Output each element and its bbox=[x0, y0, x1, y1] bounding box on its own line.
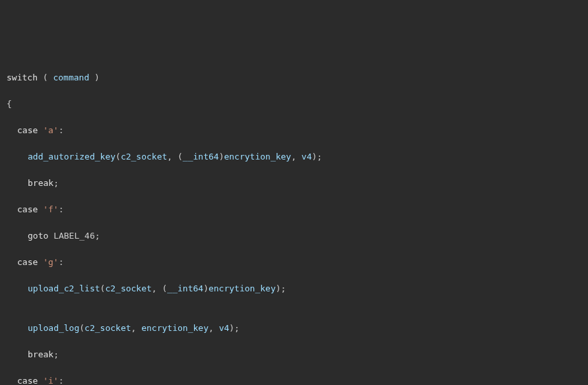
fn-upload-c2-list: upload_c2_list bbox=[28, 283, 100, 293]
punct: : bbox=[59, 257, 64, 267]
char-literal: 'g' bbox=[43, 257, 58, 267]
punct: ); bbox=[312, 152, 323, 162]
punct: ( bbox=[38, 73, 53, 82]
code-line: case 'a': bbox=[7, 124, 581, 137]
punct: ; bbox=[53, 349, 59, 359]
ident: c2_socket bbox=[84, 323, 131, 333]
label: LABEL_46 bbox=[53, 231, 95, 241]
code-line: goto LABEL_46; bbox=[7, 229, 581, 243]
space bbox=[38, 376, 43, 385]
space bbox=[38, 125, 43, 135]
code-line: switch ( command ) bbox=[7, 71, 581, 84]
punct: ); bbox=[276, 283, 286, 293]
punct: , bbox=[131, 323, 142, 333]
code-block: switch ( command ) { case 'a': add_autor… bbox=[7, 58, 581, 385]
punct: ( bbox=[79, 323, 84, 333]
ident: c2_socket bbox=[121, 152, 167, 162]
keyword-case: case bbox=[17, 376, 38, 385]
punct: : bbox=[59, 125, 64, 135]
space bbox=[38, 257, 43, 267]
ident: encrytion_key bbox=[209, 283, 276, 293]
type-cast: __int64 bbox=[167, 283, 203, 293]
code-line: { bbox=[7, 98, 581, 111]
char-literal: 'f' bbox=[43, 204, 58, 214]
punct: : bbox=[59, 204, 64, 214]
punct: ) bbox=[203, 283, 209, 293]
keyword-break: break bbox=[28, 178, 53, 188]
brace-open: { bbox=[7, 99, 12, 109]
punct: ) bbox=[89, 73, 100, 82]
code-line: upload_c2_list(c2_socket, (__int64)encry… bbox=[7, 282, 581, 295]
punct: , bbox=[291, 152, 302, 162]
char-literal: 'a' bbox=[43, 125, 58, 135]
space bbox=[38, 204, 43, 214]
ident: c2_socket bbox=[105, 283, 151, 293]
ident: encrytion_key bbox=[224, 152, 291, 162]
punct: ); bbox=[229, 323, 240, 333]
code-line: break; bbox=[7, 177, 581, 190]
punct: , ( bbox=[167, 152, 182, 162]
keyword-case: case bbox=[17, 125, 38, 135]
char-literal: 'i' bbox=[43, 376, 58, 385]
keyword-case: case bbox=[17, 257, 38, 267]
type-cast: __int64 bbox=[183, 152, 219, 162]
punct: ; bbox=[95, 231, 100, 241]
ident-command: command bbox=[53, 73, 89, 82]
punct: , ( bbox=[152, 283, 167, 293]
fn-upload-log: upload_log bbox=[28, 323, 79, 333]
code-line: case 'g': bbox=[7, 256, 581, 269]
keyword-switch: switch bbox=[7, 73, 38, 82]
keyword-goto: goto bbox=[28, 231, 48, 241]
code-line: break; bbox=[7, 348, 581, 361]
punct: ( bbox=[115, 152, 121, 162]
keyword-break: break bbox=[28, 349, 53, 359]
punct: , bbox=[209, 323, 219, 333]
ident: v4 bbox=[219, 323, 230, 333]
code-line: add_autorized_key(c2_socket, (__int64)en… bbox=[7, 150, 581, 163]
keyword-case: case bbox=[17, 204, 38, 214]
fn-add-authorized-key: add_autorized_key bbox=[28, 152, 115, 162]
punct: : bbox=[59, 376, 64, 385]
code-line: upload_log(c2_socket, encrytion_key, v4)… bbox=[7, 322, 581, 335]
code-line: case 'i': bbox=[7, 374, 581, 385]
punct: ; bbox=[53, 178, 59, 188]
ident: v4 bbox=[302, 152, 312, 162]
ident: encrytion_key bbox=[141, 323, 209, 333]
space bbox=[48, 231, 53, 241]
code-line: case 'f': bbox=[7, 203, 581, 216]
